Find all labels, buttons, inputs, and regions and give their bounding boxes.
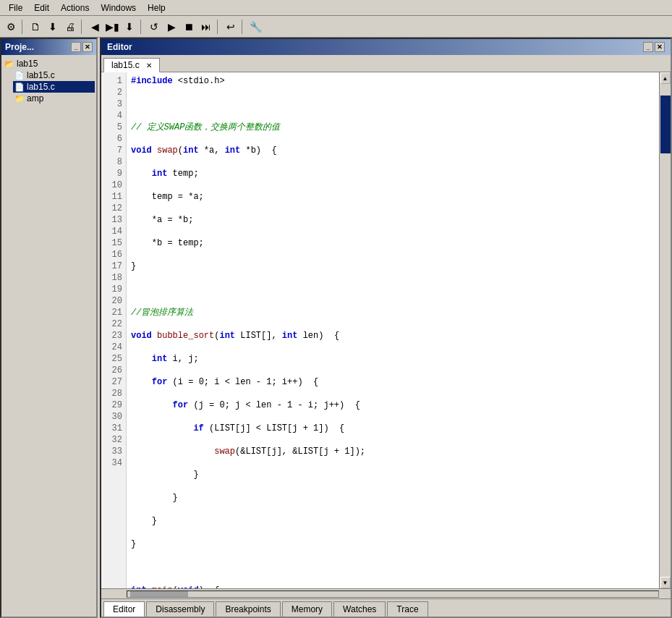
ln-30: 30 — [101, 411, 126, 423]
editor-close-btn[interactable]: ✕ — [655, 42, 665, 52]
ln-2: 2 — [101, 87, 126, 98]
horizontal-scrollbar-area[interactable] — [101, 588, 671, 598]
toolbar-sep-3 — [140, 20, 143, 34]
bottom-tab-watches[interactable]: Watches — [333, 601, 386, 617]
code-line-14: for (i = 0; i < len - 1; i++) { — [131, 376, 655, 388]
bottom-tab-editor[interactable]: Editor — [103, 601, 145, 617]
tree-item-lab15-root[interactable]: 📂 lab15 — [3, 58, 95, 69]
step-over-toolbar-btn[interactable]: ▶▮ — [104, 19, 120, 35]
editor-panel: Editor _ ✕ lab15.c ✕ 1 2 3 4 5 6 7 8 — [100, 38, 672, 618]
ln-5: 5 — [101, 122, 126, 133]
ln-9: 9 — [101, 168, 126, 179]
ln-26: 26 — [101, 365, 126, 376]
ln-17: 17 — [101, 261, 126, 272]
code-line-7: *a = *b; — [131, 214, 655, 226]
horizontal-scrollbar-thumb[interactable] — [130, 591, 188, 597]
ln-25: 25 — [101, 353, 126, 365]
ln-22: 22 — [101, 318, 126, 330]
ln-8: 8 — [101, 156, 126, 168]
menu-windows[interactable]: Windows — [95, 1, 142, 14]
ln-32: 32 — [101, 434, 126, 446]
scrollbar-thumb[interactable] — [660, 96, 671, 153]
main-layout: Proje... _ ✕ 📂 lab15 📄 lab15.c 📄 lab15.c — [0, 38, 672, 618]
code-content[interactable]: #include <stdio.h> // 定义SWAP函数，交换两个整数的值 … — [127, 72, 659, 588]
settings-toolbar-btn[interactable]: ⚙ — [3, 19, 19, 35]
open-toolbar-btn[interactable]: ⬇ — [45, 19, 61, 35]
bottom-tab-disassembly[interactable]: Disassembly — [146, 601, 214, 617]
ln-3: 3 — [101, 98, 126, 110]
code-line-3: // 定义SWAP函数，交换两个整数的值 — [131, 122, 655, 133]
ln-18: 18 — [101, 272, 126, 284]
code-line-5: int temp; — [131, 168, 655, 179]
toolbar-sep-2 — [81, 20, 84, 34]
toolbar-sep-5 — [242, 20, 244, 34]
back-toolbar-btn[interactable]: ◀ — [87, 19, 103, 35]
undo-toolbar-btn[interactable]: ↺ — [146, 19, 162, 35]
new-toolbar-btn[interactable]: 🗋 — [27, 19, 43, 35]
code-line-1: #include <stdio.h> — [131, 75, 655, 87]
ln-13: 13 — [101, 214, 126, 226]
scroll-down-btn[interactable]: ▼ — [660, 577, 671, 588]
tab-lab15c[interactable]: lab15.c ✕ — [103, 58, 160, 72]
tree-label-lab15c-2: lab15.c — [27, 82, 55, 92]
project-minimize-btn[interactable]: _ — [71, 42, 81, 52]
ln-34: 34 — [101, 457, 126, 469]
tree-item-lab15c-1[interactable]: 📄 lab15.c — [13, 69, 95, 81]
return-toolbar-btn[interactable]: ↩ — [223, 19, 239, 35]
next-toolbar-btn[interactable]: ⏭ — [198, 19, 214, 35]
editor-title: Editor — [107, 42, 132, 52]
folder-open-icon: 📂 — [4, 59, 14, 69]
code-line-19: } — [131, 492, 655, 504]
ln-21: 21 — [101, 307, 126, 318]
step-into-toolbar-btn[interactable]: ⬇ — [122, 19, 137, 35]
project-title: Proje... — [5, 42, 34, 52]
bottom-tab-breakpoints[interactable]: Breakpoints — [216, 601, 280, 617]
project-panel: Proje... _ ✕ 📂 lab15 📄 lab15.c 📄 lab15.c — [0, 38, 98, 618]
ln-15: 15 — [101, 237, 126, 249]
ln-12: 12 — [101, 203, 126, 214]
menu-help[interactable]: Help — [142, 1, 171, 14]
code-line-21: } — [131, 538, 655, 550]
tree-item-amp[interactable]: 📁 amp — [13, 93, 95, 104]
editor-minimize-btn[interactable]: _ — [643, 42, 653, 52]
horizontal-scrollbar-track[interactable] — [127, 591, 659, 598]
code-area[interactable]: 1 2 3 4 5 6 7 8 9 10 11 12 13 14 15 16 1… — [101, 72, 671, 588]
folder-icon-amp: 📁 — [14, 94, 25, 103]
code-line-6: temp = *a; — [131, 191, 655, 203]
print-toolbar-btn[interactable]: 🖨 — [62, 19, 78, 35]
run-toolbar-btn[interactable]: ▶ — [163, 19, 179, 35]
tab-close-lab15c[interactable]: ✕ — [146, 62, 152, 69]
code-line-15: for (j = 0; j < len - 1 - i; j++) { — [131, 399, 655, 411]
code-line-18: } — [131, 469, 655, 481]
tool-toolbar-btn[interactable]: 🔧 — [247, 19, 263, 35]
ln-20: 20 — [101, 295, 126, 307]
ln-1: 1 — [101, 75, 126, 87]
toolbar-sep-4 — [217, 20, 220, 34]
project-close-btn[interactable]: ✕ — [82, 42, 93, 52]
bottom-tab-bar: Editor Disassembly Breakpoints Memory Wa… — [101, 598, 671, 617]
menu-file[interactable]: File — [3, 1, 28, 14]
scroll-up-btn[interactable]: ▲ — [660, 72, 671, 84]
code-line-16: if (LIST[j] < LIST[j + 1]) { — [131, 423, 655, 434]
menu-edit[interactable]: Edit — [28, 1, 55, 14]
ln-6: 6 — [101, 133, 126, 145]
code-line-17: swap(&LIST[j], &LIST[j + 1]); — [131, 446, 655, 457]
ln-7: 7 — [101, 145, 126, 156]
line-numbers: 1 2 3 4 5 6 7 8 9 10 11 12 13 14 15 16 1… — [101, 72, 127, 588]
editor-titlebar: Editor _ ✕ — [101, 39, 671, 55]
stop-toolbar-btn[interactable]: ⏹ — [181, 19, 197, 35]
code-line-22 — [131, 562, 655, 573]
code-line-9: } — [131, 261, 655, 272]
menu-actions[interactable]: Actions — [55, 1, 95, 14]
ln-33: 33 — [101, 446, 126, 457]
bottom-tab-memory[interactable]: Memory — [282, 601, 332, 617]
tree-item-lab15c-2[interactable]: 📄 lab15.c — [13, 81, 95, 93]
tree-label-lab15c-1: lab15.c — [27, 70, 55, 80]
file-tab-bar: lab15.c ✕ — [101, 55, 671, 72]
bottom-tab-trace[interactable]: Trace — [387, 601, 428, 617]
ln-4: 4 — [101, 110, 126, 122]
menu-bar: File Edit Actions Windows Help — [0, 0, 672, 16]
file-icon-2: 📄 — [14, 82, 25, 92]
vertical-scrollbar[interactable]: ▲ ▼ — [659, 72, 671, 588]
code-line-8: *b = temp; — [131, 237, 655, 249]
